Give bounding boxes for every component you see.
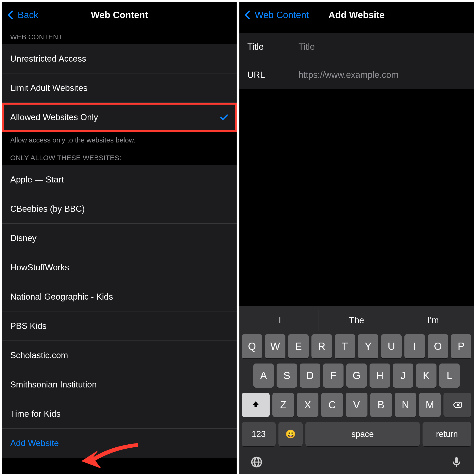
globe-icon[interactable] xyxy=(250,456,263,470)
prediction[interactable]: I'm xyxy=(395,310,471,331)
key-emoji[interactable]: 😀 xyxy=(278,422,303,446)
title-field[interactable]: Title xyxy=(298,42,466,52)
key-v[interactable]: V xyxy=(346,393,367,417)
key-b[interactable]: B xyxy=(370,393,392,417)
option-label: Allowed Websites Only xyxy=(10,113,98,122)
key-w[interactable]: W xyxy=(265,334,285,358)
site-row[interactable]: HowStuffWorks xyxy=(2,253,237,282)
keyboard: ITheI'm QWERTYUIOP ASDFGHJKL ZXCVBNM 123… xyxy=(239,306,474,474)
option-group: Unrestricted AccessLimit Adult WebsitesA… xyxy=(2,44,237,132)
key-o[interactable]: O xyxy=(428,334,448,358)
key-shift[interactable] xyxy=(242,393,270,417)
key-space[interactable]: space xyxy=(306,422,420,446)
key-q[interactable]: Q xyxy=(242,334,262,358)
screen-add-website: Web Content Add Website Title Title URL … xyxy=(239,2,474,474)
key-z[interactable]: Z xyxy=(272,393,294,417)
key-i[interactable]: I xyxy=(404,334,425,358)
site-row[interactable]: Disney xyxy=(2,224,237,253)
navbar: Web Content Add Website xyxy=(239,2,474,27)
key-a[interactable]: A xyxy=(253,363,274,388)
key-t[interactable]: T xyxy=(335,334,355,358)
emoji-icon: 😀 xyxy=(285,429,296,439)
back-label: Back xyxy=(18,10,38,20)
key-h[interactable]: H xyxy=(370,363,390,388)
page-title: Web Content xyxy=(91,10,148,20)
option-row[interactable]: Allowed Websites Only xyxy=(2,103,237,132)
key-j[interactable]: J xyxy=(393,363,413,388)
key-123[interactable]: 123 xyxy=(242,422,276,446)
key-e[interactable]: E xyxy=(288,334,309,358)
key-l[interactable]: L xyxy=(439,363,460,388)
section-footer: Allow access only to the websites below. xyxy=(2,132,237,148)
checkmark-icon xyxy=(220,113,229,122)
navbar: Back Web Content xyxy=(2,2,237,27)
site-row[interactable]: National Geographic - Kids xyxy=(2,282,237,311)
prediction[interactable]: The xyxy=(318,310,395,331)
key-u[interactable]: U xyxy=(381,334,402,358)
key-return[interactable]: return xyxy=(423,422,471,446)
site-row[interactable]: PBS Kids xyxy=(2,311,237,341)
back-button[interactable]: Web Content xyxy=(246,2,309,27)
option-label: Unrestricted Access xyxy=(10,54,86,64)
key-g[interactable]: G xyxy=(346,363,367,388)
site-row[interactable]: Time for Kids xyxy=(2,399,237,429)
key-s[interactable]: S xyxy=(277,363,297,388)
allowlist-group: Apple — StartCBeebies (by BBC)DisneyHowS… xyxy=(2,165,237,458)
field-label: URL xyxy=(247,70,298,80)
key-d[interactable]: D xyxy=(300,363,320,388)
section-header-web-content: WEB CONTENT xyxy=(2,27,237,44)
chevron-left-icon xyxy=(7,10,17,19)
backspace-icon xyxy=(452,400,463,409)
key-y[interactable]: Y xyxy=(358,334,378,358)
site-row[interactable]: Smithsonian Institution xyxy=(2,370,237,399)
option-row[interactable]: Limit Adult Websites xyxy=(2,73,237,103)
key-r[interactable]: R xyxy=(311,334,332,358)
key-delete[interactable] xyxy=(443,393,471,417)
add-website-button[interactable]: Add Website xyxy=(2,429,237,458)
option-label: Limit Adult Websites xyxy=(10,83,87,93)
section-header-allowlist: ONLY ALLOW THESE WEBSITES: xyxy=(2,148,237,165)
shift-icon xyxy=(251,400,260,409)
field-label: Title xyxy=(247,42,298,52)
prediction[interactable]: I xyxy=(242,310,318,331)
form-row-title[interactable]: Title Title xyxy=(239,33,474,61)
site-row[interactable]: CBeebies (by BBC) xyxy=(2,194,237,224)
option-row[interactable]: Unrestricted Access xyxy=(2,44,237,73)
page-title: Add Website xyxy=(328,10,385,20)
back-button[interactable]: Back xyxy=(9,2,38,27)
key-n[interactable]: N xyxy=(395,393,416,417)
site-row[interactable]: Apple — Start xyxy=(2,165,237,194)
key-x[interactable]: X xyxy=(297,393,318,417)
form-row-url[interactable]: URL https://www.example.com xyxy=(239,61,474,89)
prediction-bar: ITheI'm xyxy=(242,310,471,331)
url-field[interactable]: https://www.example.com xyxy=(298,70,466,80)
key-m[interactable]: M xyxy=(419,393,441,417)
form-group: Title Title URL https://www.example.com xyxy=(239,33,474,89)
key-k[interactable]: K xyxy=(416,363,437,388)
mic-icon[interactable] xyxy=(450,456,463,470)
key-c[interactable]: C xyxy=(321,393,343,417)
screen-web-content: Back Web Content WEB CONTENT Unrestricte… xyxy=(2,2,237,474)
back-label: Web Content xyxy=(255,10,309,20)
key-f[interactable]: F xyxy=(323,363,343,388)
chevron-left-icon xyxy=(244,10,254,19)
key-p[interactable]: P xyxy=(451,334,471,358)
site-row[interactable]: Scholastic.com xyxy=(2,341,237,370)
